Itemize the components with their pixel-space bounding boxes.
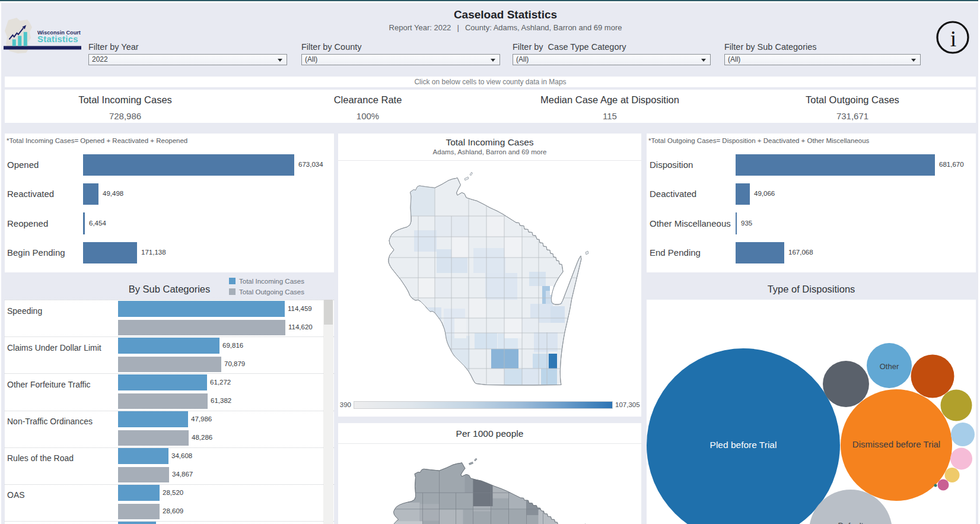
svg-text:Default: Default [838, 521, 864, 524]
svg-text:i: i [950, 26, 957, 51]
svg-text:Pled before Trial: Pled before Trial [710, 440, 777, 450]
svg-text:Other: Other [880, 362, 899, 371]
svg-text:Statistics: Statistics [37, 34, 78, 44]
svg-text:Dismissed before Trial: Dismissed before Trial [852, 439, 940, 449]
